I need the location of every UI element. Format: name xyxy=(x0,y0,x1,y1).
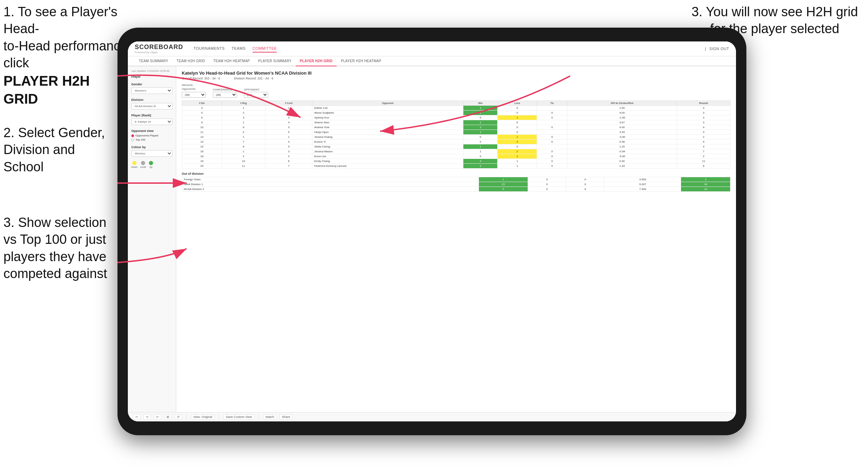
cell-conf: 3 xyxy=(265,149,312,154)
cell-tie: 0 xyxy=(537,140,567,144)
legend-label-down: Down xyxy=(131,166,138,168)
cell-tie xyxy=(537,106,567,111)
sub-nav-team-summary[interactable]: TEAM SUMMARY xyxy=(135,56,172,66)
cell-rounds: 4 xyxy=(677,106,730,111)
cell-loss: 1 xyxy=(498,159,537,164)
undo-btn[interactable]: ↩ xyxy=(133,414,141,420)
gender-select[interactable]: Women's xyxy=(131,87,172,94)
gender-label: Gender xyxy=(131,83,172,86)
cell-conf: 1 xyxy=(265,135,312,140)
ood-table-row: NAIA Division 1 15 0 0 9.267 30 xyxy=(182,182,730,187)
cell-win: 0 xyxy=(463,115,498,120)
nav-tournaments[interactable]: TOURNAMENTS xyxy=(194,45,225,53)
cell-opponent: Stella Cheng xyxy=(312,144,463,149)
cell-opponent: Alexis Sudjianto xyxy=(312,111,463,115)
pipe-separator: | xyxy=(705,47,706,51)
table-row: 14 7 4 Eunice Yi 2 2 0 0.38 9 xyxy=(182,140,730,144)
conference-select[interactable]: (All) xyxy=(213,92,237,98)
view-original-btn[interactable]: View: Original xyxy=(191,414,215,420)
opponent-select[interactable]: (All) xyxy=(244,92,268,98)
radio-opponents-played[interactable]: Opponents Played xyxy=(131,134,172,137)
sub-nav-player-heatmap[interactable]: PLAYER H2H HEATMAP xyxy=(337,56,385,66)
cell-reg: 1 xyxy=(222,149,265,154)
legend-label-up: Up xyxy=(149,166,152,168)
legend-down: Down xyxy=(131,161,138,168)
ood-win: 15 xyxy=(479,182,528,187)
radio-dot-opponents xyxy=(131,134,134,137)
table-row: 5 2 2 Alexis Sudjianto 1 0 0 4.00 3 xyxy=(182,111,730,115)
app-header: SCOREBOARD Powered by clippd TOURNAMENTS… xyxy=(128,41,736,56)
player-section: Player xyxy=(131,75,172,78)
cell-reg: 7 xyxy=(222,140,265,144)
cell-loss: 1 xyxy=(498,115,537,120)
cell-diff: -5.00 xyxy=(567,154,677,159)
cell-div: 16 xyxy=(182,149,222,154)
cell-div: 20 xyxy=(182,164,222,169)
cell-reg: 1 xyxy=(222,106,265,111)
ood-tie: 0 xyxy=(566,182,604,187)
colour-by-select[interactable]: Win/loss xyxy=(131,150,172,157)
watch-btn[interactable]: Watch xyxy=(263,414,276,420)
table-header-row: # Div # Reg # Conf Opponent Win Loss Tie… xyxy=(182,101,730,106)
sub-nav-team-heatmap[interactable]: TEAM H2H HEATMAP xyxy=(209,56,254,66)
cell-diff: 0.30 xyxy=(567,159,677,164)
ood-rounds: 2 xyxy=(681,177,730,182)
grid-btn[interactable]: ⊞ xyxy=(164,414,172,420)
cell-rounds: 2 xyxy=(677,154,730,159)
cell-conf: 3 xyxy=(265,115,312,120)
cell-reg: 8 xyxy=(222,144,265,149)
cell-div: 3 xyxy=(182,106,222,111)
redo1-btn[interactable]: ↪ xyxy=(143,414,151,420)
cell-reg: 6 xyxy=(222,125,265,130)
division-record: Division Record: 331 - 34 - 6 xyxy=(234,77,273,80)
cell-conf: 4 xyxy=(265,140,312,144)
cell-win: 1 xyxy=(463,130,498,135)
cell-diff: 3.33 xyxy=(567,130,677,135)
cell-tie: 0 xyxy=(537,164,567,169)
cell-reg: 1 xyxy=(222,135,265,140)
cell-win: 1 xyxy=(463,149,498,154)
cell-win: 1 xyxy=(463,111,498,115)
player-rank-section: Player (Rank) 8. Katelyn Vo xyxy=(131,114,172,125)
cell-win: 2 xyxy=(463,140,498,144)
ood-tie: 0 xyxy=(566,177,604,182)
cell-rounds: 3 xyxy=(677,130,730,135)
legend-up: Up xyxy=(149,161,153,168)
cell-win: 4 xyxy=(463,159,498,164)
instruction-bl-line4: competed against xyxy=(3,266,107,281)
instruction-mid-left: 2. Select Gender, Division and School xyxy=(3,124,121,175)
cell-loss: 0 xyxy=(498,111,537,115)
th-diff: Diff Av Strokes/Rnd xyxy=(567,101,677,106)
sub-nav-team-h2h[interactable]: TEAM H2H GRID xyxy=(172,56,209,66)
sub-nav-player-h2h[interactable]: PLAYER H2H GRID xyxy=(296,56,337,66)
refresh-btn[interactable]: ↺ xyxy=(174,414,182,420)
table-row: 3 1 1 Esther Lee 1 0 1.50 4 xyxy=(182,106,730,111)
th-reg: # Reg xyxy=(222,101,265,106)
cell-win: 0 xyxy=(463,154,498,159)
instruction-bl-line2: vs Top 100 or just xyxy=(3,232,106,247)
cell-rounds: 4 xyxy=(677,144,730,149)
share-btn[interactable]: Share xyxy=(279,414,292,420)
undo2-btn[interactable]: ↩ xyxy=(154,414,161,420)
cell-div: 6 xyxy=(182,115,222,120)
region-select[interactable]: (All) xyxy=(182,92,206,98)
cell-opponent: Eunice Yi xyxy=(312,140,463,144)
sub-nav-player-summary[interactable]: PLAYER SUMMARY xyxy=(254,56,296,66)
cell-opponent: Esther Lee xyxy=(312,106,463,111)
data-title: Katelyn Vo Head-to-Head Grid for Women's… xyxy=(182,70,730,76)
radio-top100[interactable]: Top 100 xyxy=(131,138,172,141)
nav-committee[interactable]: COMMITTEE xyxy=(253,45,277,53)
player-rank-select[interactable]: 8. Katelyn Vo xyxy=(131,118,172,125)
ood-rounds: 30 xyxy=(681,182,730,187)
division-select[interactable]: NCAA Division III xyxy=(131,103,172,109)
cell-tie: 0 xyxy=(537,159,567,164)
cell-diff: 1.33 xyxy=(567,164,677,169)
cell-tie xyxy=(537,120,567,125)
cell-rounds: 11 xyxy=(677,159,730,164)
cell-opponent: Sydney Kuo xyxy=(312,115,463,120)
ood-win: 5 xyxy=(479,187,528,192)
out-of-division-header: Out of division xyxy=(182,172,730,175)
sign-out-link[interactable]: Sign out xyxy=(709,45,729,52)
save-custom-btn[interactable]: Save Custom View xyxy=(223,414,254,420)
nav-teams[interactable]: TEAMS xyxy=(232,45,245,53)
